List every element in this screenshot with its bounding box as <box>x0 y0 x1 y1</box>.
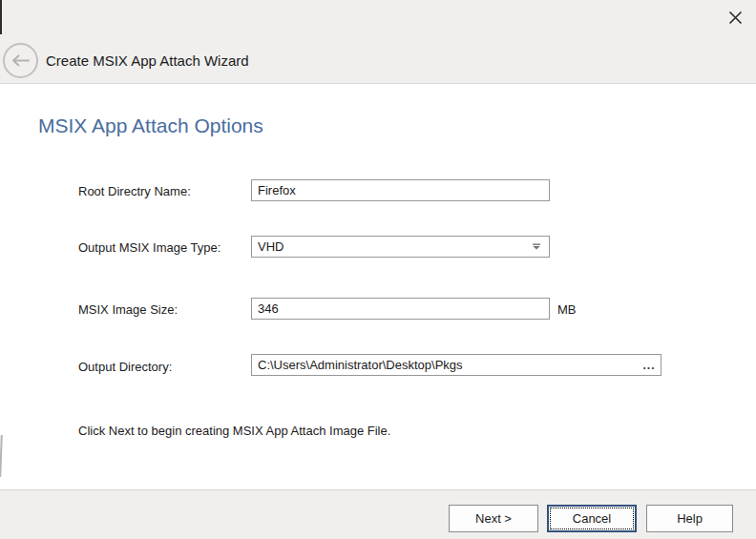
output-directory-field: ... <box>251 354 662 376</box>
msix-app-attach-wizard-window: Create MSIX App Attach Wizard MSIX App A… <box>0 0 756 539</box>
wizard-footer: Next > Cancel Help <box>0 489 756 539</box>
screen-edge-artifact <box>0 435 3 477</box>
help-button[interactable]: Help <box>646 505 733 532</box>
root-directory-input[interactable] <box>251 179 550 201</box>
page-title: MSIX App Attach Options <box>38 114 263 137</box>
image-type-value: VHD <box>258 239 284 254</box>
wizard-header: Create MSIX App Attach Wizard <box>0 0 756 84</box>
image-size-input[interactable] <box>251 298 550 320</box>
close-button[interactable] <box>725 8 745 27</box>
next-button[interactable]: Next > <box>449 505 538 532</box>
back-button[interactable] <box>3 43 38 78</box>
browse-ellipsis-button[interactable]: ... <box>638 355 661 375</box>
back-arrow-icon <box>10 54 31 67</box>
next-instruction-text: Click Next to begin creating MSIX App At… <box>78 424 390 438</box>
cancel-button[interactable]: Cancel <box>547 505 637 532</box>
root-directory-label: Root Directry Name: <box>78 184 191 198</box>
close-icon <box>727 10 744 26</box>
image-type-select[interactable]: VHD <box>251 236 550 258</box>
image-size-unit: MB <box>557 302 577 317</box>
image-size-label: MSIX Image Size: <box>78 302 178 317</box>
wizard-title: Create MSIX App Attach Wizard <box>46 52 249 69</box>
image-type-label: Output MSIX Image Type: <box>78 240 220 255</box>
output-directory-input[interactable] <box>252 355 638 375</box>
screen-edge-artifact <box>0 0 2 34</box>
chevron-down-icon <box>532 243 541 250</box>
output-directory-label: Output Directory: <box>78 360 172 374</box>
